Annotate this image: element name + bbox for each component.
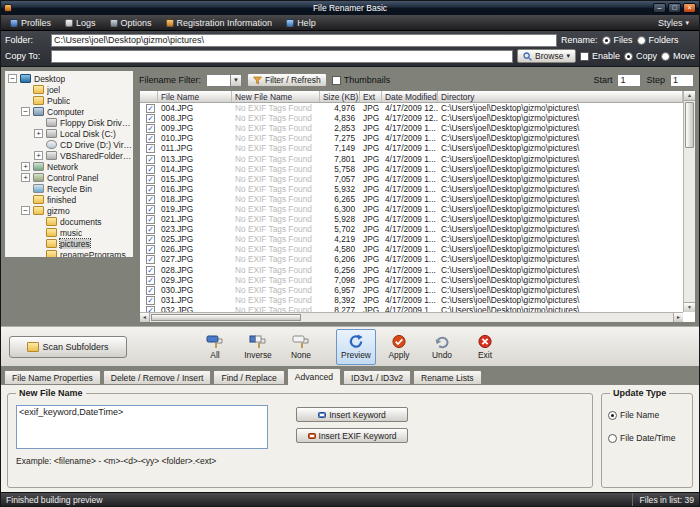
- preview-button[interactable]: Preview: [336, 329, 376, 365]
- expand-icon[interactable]: +: [34, 129, 43, 138]
- file-name-radio[interactable]: File Name: [608, 410, 686, 420]
- step-input[interactable]: [670, 74, 694, 87]
- tree-item-pictures[interactable]: pictures: [5, 238, 133, 249]
- column-size[interactable]: Size (KB): [320, 91, 360, 102]
- table-row[interactable]: ✓021.JPGNo EXIF Tags Found5,928JPG4/17/2…: [140, 214, 695, 224]
- tree-item-renameprograms[interactable]: renamePrograms: [5, 249, 133, 258]
- tree-item-floppy-disk-drive-a[interactable]: Floppy Disk Drive (A:): [5, 117, 133, 128]
- rename-files-radio[interactable]: Files: [602, 35, 633, 45]
- tree-item-joel[interactable]: joel: [5, 84, 133, 95]
- collapse-icon[interactable]: −: [21, 206, 30, 215]
- table-row[interactable]: ✓013.JPGNo EXIF Tags Found7,801JPG4/17/2…: [140, 153, 695, 163]
- new-file-name-input[interactable]: <exif_keyword,DateTime>: [16, 405, 268, 449]
- row-checkbox[interactable]: ✓: [146, 276, 155, 285]
- table-row[interactable]: ✓011.JPGNo EXIF Tags Found7,149JPG4/17/2…: [140, 143, 695, 153]
- tree-item-gizmo[interactable]: −gizmo: [5, 205, 133, 216]
- menu-registration-information[interactable]: Registration Information: [159, 15, 280, 30]
- table-row[interactable]: ✓025.JPGNo EXIF Tags Found4,219JPG4/17/2…: [140, 234, 695, 244]
- scrollbar-thumb[interactable]: [151, 314, 301, 321]
- insert-exif-keyword-button[interactable]: Insert EXIF Keyword: [296, 428, 408, 443]
- table-row[interactable]: ✓015.JPGNo EXIF Tags Found7,057JPG4/17/2…: [140, 174, 695, 184]
- enable-checkbox[interactable]: Enable: [580, 51, 620, 61]
- filename-filter-combo[interactable]: ▼: [206, 74, 242, 87]
- table-row[interactable]: ✓016.JPGNo EXIF Tags Found5,932JPG4/17/2…: [140, 184, 695, 194]
- vertical-scrollbar[interactable]: ▲ ▼: [683, 91, 695, 312]
- table-row[interactable]: ✓027.JPGNo EXIF Tags Found6,206JPG4/17/2…: [140, 254, 695, 264]
- row-checkbox[interactable]: ✓: [146, 205, 155, 214]
- tree-item-desktop[interactable]: −Desktop: [5, 73, 133, 84]
- column-check[interactable]: [140, 91, 158, 102]
- tree-item-network[interactable]: +Network: [5, 161, 133, 172]
- collapse-icon[interactable]: −: [21, 107, 30, 116]
- thumbnails-checkbox[interactable]: Thumbnails: [332, 75, 391, 85]
- row-checkbox[interactable]: ✓: [146, 235, 155, 244]
- table-row[interactable]: ✓019.JPGNo EXIF Tags Found6,300JPG4/17/2…: [140, 204, 695, 214]
- tab-file-name-properties[interactable]: File Name Properties: [4, 370, 101, 385]
- start-input[interactable]: [617, 74, 641, 87]
- table-row[interactable]: ✓023.JPGNo EXIF Tags Found5,702JPG4/17/2…: [140, 224, 695, 234]
- tree-item-public[interactable]: Public: [5, 95, 133, 106]
- table-row[interactable]: ✓030.JPGNo EXIF Tags Found6,957JPG4/17/2…: [140, 285, 695, 295]
- select-inverse-button[interactable]: Inverse: [238, 329, 278, 365]
- scroll-left-icon[interactable]: ◄: [140, 313, 150, 322]
- scroll-down-icon[interactable]: ▼: [684, 302, 695, 312]
- scrollbar-thumb[interactable]: [685, 102, 694, 148]
- menu-profiles[interactable]: Profiles: [3, 15, 58, 30]
- row-checkbox[interactable]: ✓: [146, 134, 155, 143]
- table-row[interactable]: ✓008.JPGNo EXIF Tags Found4,836JPG4/17/2…: [140, 113, 695, 123]
- expand-icon[interactable]: +: [21, 173, 30, 182]
- tree-item-control-panel[interactable]: +Control Panel: [5, 172, 133, 183]
- menu-logs[interactable]: Logs: [58, 15, 103, 30]
- row-checkbox[interactable]: ✓: [146, 245, 155, 254]
- exit-button[interactable]: Exit: [465, 329, 505, 365]
- scroll-up-icon[interactable]: ▲: [684, 91, 695, 101]
- row-checkbox[interactable]: ✓: [146, 165, 155, 174]
- row-checkbox[interactable]: ✓: [146, 104, 155, 113]
- column-directory[interactable]: Directory: [438, 91, 683, 102]
- scroll-right-icon[interactable]: ►: [673, 313, 683, 322]
- copy-radio[interactable]: Copy: [624, 51, 657, 61]
- tab-rename-lists[interactable]: Rename Lists: [413, 370, 482, 385]
- row-checkbox[interactable]: ✓: [146, 286, 155, 295]
- row-checkbox[interactable]: ✓: [146, 255, 155, 264]
- table-row[interactable]: ✓028.JPGNo EXIF Tags Found6,256JPG4/17/2…: [140, 265, 695, 275]
- table-row[interactable]: ✓018.JPGNo EXIF Tags Found6,265JPG4/17/2…: [140, 194, 695, 204]
- row-checkbox[interactable]: ✓: [146, 155, 155, 164]
- rename-folders-radio[interactable]: Folders: [637, 35, 679, 45]
- maximize-button[interactable]: □: [668, 3, 681, 13]
- close-button[interactable]: ×: [683, 3, 696, 13]
- row-checkbox[interactable]: ✓: [146, 175, 155, 184]
- select-all-button[interactable]: All: [195, 329, 235, 365]
- row-checkbox[interactable]: ✓: [146, 144, 155, 153]
- tree-item-finished[interactable]: finished: [5, 194, 133, 205]
- tree-item-music[interactable]: music: [5, 227, 133, 238]
- styles-menu[interactable]: Styles ▾: [650, 15, 697, 30]
- browse-button[interactable]: Browse ▾: [517, 49, 576, 63]
- row-checkbox[interactable]: ✓: [146, 114, 155, 123]
- table-row[interactable]: ✓026.JPGNo EXIF Tags Found4,580JPG4/17/2…: [140, 244, 695, 254]
- row-checkbox[interactable]: ✓: [146, 124, 155, 133]
- file-datetime-radio[interactable]: File Date/Time: [608, 433, 686, 443]
- row-checkbox[interactable]: ✓: [146, 185, 155, 194]
- table-row[interactable]: ✓031.JPGNo EXIF Tags Found8,392JPG4/17/2…: [140, 295, 695, 305]
- table-row[interactable]: ✓014.JPGNo EXIF Tags Found5,758JPG4/17/2…: [140, 164, 695, 174]
- menu-help[interactable]: Help: [279, 15, 323, 30]
- tree-item-documents[interactable]: documents: [5, 216, 133, 227]
- tree-item-vbsharedfolder-vboxsvr[interactable]: +VBSharedFolder (\\vboxsvr) (...: [5, 150, 133, 161]
- table-row[interactable]: ✓029.JPGNo EXIF Tags Found7,098JPG4/17/2…: [140, 275, 695, 285]
- tab-find-replace[interactable]: Find / Replace: [213, 370, 284, 385]
- table-row[interactable]: ✓009.JPGNo EXIF Tags Found2,853JPG4/17/2…: [140, 123, 695, 133]
- row-checkbox[interactable]: ✓: [146, 296, 155, 305]
- column-ext[interactable]: Ext: [360, 91, 382, 102]
- tab-delete-remove-insert[interactable]: Delete / Remove / Insert: [103, 370, 212, 385]
- collapse-icon[interactable]: −: [8, 74, 17, 83]
- undo-button[interactable]: Undo: [422, 329, 462, 365]
- table-row[interactable]: ✓004.JPGNo EXIF Tags Found4,976JPG4/17/2…: [140, 103, 695, 113]
- select-none-button[interactable]: None: [281, 329, 321, 365]
- scan-subfolders-button[interactable]: Scan Subfolders: [9, 336, 127, 358]
- column-new-file-name[interactable]: New File Name: [232, 91, 320, 102]
- row-checkbox[interactable]: ✓: [146, 215, 155, 224]
- row-checkbox[interactable]: ✓: [146, 266, 155, 275]
- move-radio[interactable]: Move: [661, 51, 695, 61]
- tab-advanced[interactable]: Advanced: [287, 368, 341, 385]
